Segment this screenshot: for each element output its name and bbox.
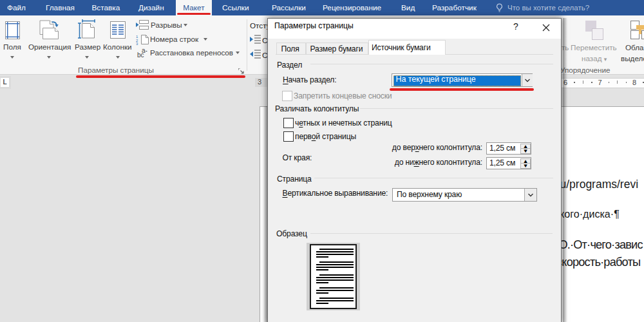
svg-text:3: 3	[136, 42, 138, 45]
